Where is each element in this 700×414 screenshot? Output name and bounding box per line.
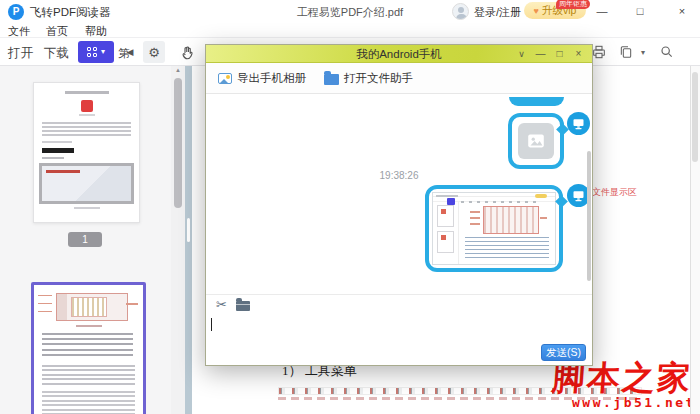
input-toolbar: ✂: [206, 294, 592, 314]
thumbnail-graphic: [42, 365, 135, 387]
photo-icon: [218, 73, 232, 84]
thumbnail-graphic: [42, 333, 133, 359]
chat-scrollbar-thumb[interactable]: [587, 151, 591, 281]
bubble-tail: [555, 195, 568, 208]
dialog-minimize-button[interactable]: —: [531, 45, 550, 63]
thumbnail-graphic: [76, 325, 102, 327]
message-input[interactable]: [206, 314, 592, 344]
thumbnail-graphic: [126, 303, 138, 305]
copy-pages-icon[interactable]: [618, 44, 634, 60]
message-bubble-partial[interactable]: [509, 97, 564, 106]
minimize-button[interactable]: —: [588, 0, 616, 22]
screenshot-scissors-icon[interactable]: ✂: [216, 298, 227, 311]
gear-icon[interactable]: ⚙: [143, 41, 165, 63]
send-file-folder-icon[interactable]: [236, 301, 250, 311]
hand-tool-icon[interactable]: [176, 41, 198, 63]
thumbnail-graphic: [42, 148, 74, 153]
android-phone-dialog: 我的Android手机 ∨ — □ × 导出手机相册 打开文件助手: [205, 44, 593, 366]
open-file-assistant-label: 打开文件助手: [344, 71, 413, 86]
maximize-button[interactable]: □: [626, 0, 654, 22]
dialog-close-button[interactable]: ×: [569, 45, 588, 63]
message-screenshot-bubble[interactable]: [425, 185, 563, 272]
vip-promo-badge: 周年钜惠: [556, 0, 590, 9]
document-scrollbar-thumb[interactable]: [692, 72, 698, 162]
thumbnail-graphic: [79, 114, 95, 116]
chat-area: 19:38:26: [206, 94, 592, 294]
dialog-toolbar: 导出手机相册 打开文件助手: [206, 63, 592, 94]
message-timestamp: 19:38:26: [206, 170, 592, 181]
menu-home[interactable]: 首页: [46, 24, 68, 39]
watermark-url: www.jb51.net: [572, 395, 696, 410]
thumbnail-graphic: [74, 207, 100, 209]
thumbnail-graphic: [39, 163, 134, 204]
app-window: P 飞转PDF阅读器 工程易览PDF介绍.pdf 登录/注册 ♥ 升级vip 周…: [0, 0, 700, 414]
export-album-label: 导出手机相册: [237, 71, 306, 86]
thumbnail-graphic: [65, 91, 109, 94]
copy-dropdown-caret[interactable]: ▾: [641, 48, 645, 57]
menubar: 文件 首页 帮助: [0, 24, 700, 38]
app-title: 飞转PDF阅读器: [30, 5, 111, 20]
document-title: 工程易览PDF介绍.pdf: [250, 5, 450, 20]
send-button[interactable]: 发送(S): [541, 344, 586, 361]
device-monitor-avatar: [567, 112, 590, 135]
export-album-button[interactable]: 导出手机相册: [218, 71, 306, 86]
thumbnail-graphic: [81, 100, 93, 112]
print-icon[interactable]: [591, 44, 607, 60]
thumbnail-graphic: [42, 122, 131, 137]
download-button[interactable]: 下载: [44, 45, 69, 62]
page-number-badge: 1: [68, 232, 102, 247]
heart-icon: ♥: [534, 6, 539, 16]
send-row: 发送(S): [206, 344, 592, 365]
dialog-collapse-button[interactable]: ∨: [512, 45, 531, 63]
search-icon[interactable]: [659, 44, 675, 60]
message-image-bubble[interactable]: [508, 113, 564, 169]
scroll-up-icon[interactable]: ▲: [171, 67, 185, 73]
sidebar-scrollbar-thumb[interactable]: [174, 78, 182, 208]
menu-file[interactable]: 文件: [8, 24, 30, 39]
screenshot-thumbnail: [432, 192, 556, 265]
user-avatar[interactable]: [452, 3, 469, 20]
view-mode-button[interactable]: ▾: [78, 41, 114, 63]
page-thumbnail-1[interactable]: [33, 82, 140, 223]
open-file-assistant-button[interactable]: 打开文件助手: [324, 71, 413, 86]
text-cursor: [211, 318, 212, 331]
thumbnail-sidebar: 1: [0, 66, 171, 414]
dialog-controls: ∨ — □ ×: [512, 45, 588, 63]
previous-page-button[interactable]: ◀: [122, 41, 138, 63]
titlebar: P 飞转PDF阅读器 工程易览PDF介绍.pdf 登录/注册 ♥ 升级vip 周…: [0, 0, 700, 24]
login-register-link[interactable]: 登录/注册: [474, 5, 521, 20]
splitter-handle[interactable]: [187, 218, 190, 242]
dialog-titlebar[interactable]: 我的Android手机 ∨ — □ ×: [206, 45, 592, 63]
document-annotation: 文件显示区: [592, 186, 637, 199]
thumbnail-graphic: [42, 141, 72, 143]
grid-icon: [87, 47, 97, 57]
open-button[interactable]: 打开: [8, 45, 33, 62]
thumbnail-graphic: [42, 157, 64, 159]
dialog-maximize-button[interactable]: □: [550, 45, 569, 63]
chevron-down-icon: ▾: [101, 48, 105, 56]
menu-help[interactable]: 帮助: [85, 24, 107, 39]
image-placeholder-icon: [518, 123, 554, 159]
folder-icon: [324, 74, 339, 85]
thumbnail-graphic: [56, 293, 128, 321]
page-thumbnail-2-selected[interactable]: [31, 282, 146, 414]
thumbnail-graphic: [38, 295, 52, 319]
close-button[interactable]: ×: [668, 0, 696, 22]
app-logo-icon: P: [8, 4, 24, 20]
thumbnail-graphic: [42, 391, 135, 414]
